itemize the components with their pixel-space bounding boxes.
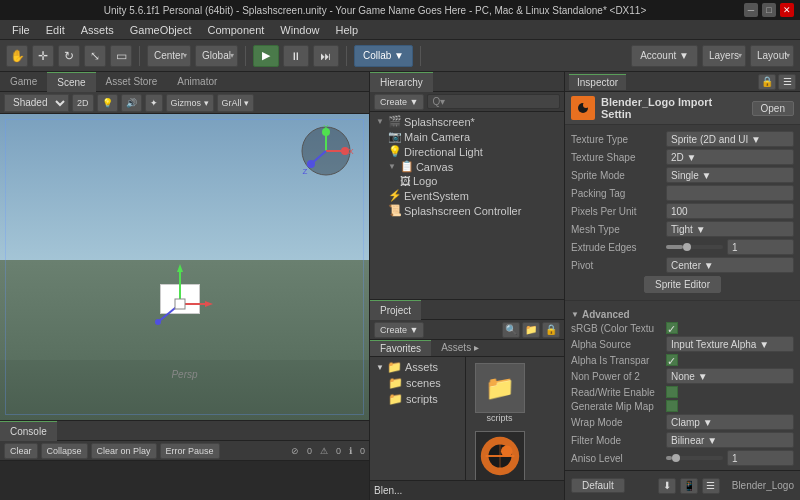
srgb-checkbox[interactable]: ✓	[666, 322, 678, 334]
wrap-mode-dropdown[interactable]: Clamp ▼	[666, 414, 794, 430]
project-search-input[interactable]	[374, 485, 560, 496]
scale-tool-button[interactable]: ⤡	[84, 45, 106, 67]
light-toggle[interactable]: 💡	[97, 94, 118, 112]
menu-component[interactable]: Component	[199, 22, 272, 38]
bottom-menu-icon[interactable]: ☰	[702, 478, 720, 494]
hierarchy-item-splashscreen[interactable]: ▼ 🎬 Splashscreen*	[372, 114, 562, 129]
scripts-asset-icon[interactable]: 📁 scripts	[470, 361, 530, 425]
tab-inspector[interactable]: Inspector	[569, 74, 626, 90]
global-button[interactable]: Global	[195, 45, 238, 67]
hierarchy-item-canvas[interactable]: ▼ 📋 Canvas	[384, 159, 562, 174]
extrude-slider[interactable]	[666, 245, 723, 249]
sprite-editor-button[interactable]: Sprite Editor	[644, 276, 721, 293]
folder-icon-button[interactable]: 📁	[522, 322, 540, 338]
pivot-dropdown[interactable]: Center ▼	[666, 257, 794, 273]
read-write-checkbox[interactable]	[666, 386, 678, 398]
step-button[interactable]: ⏭	[313, 45, 339, 67]
advanced-section-title[interactable]: ▼ Advanced	[571, 309, 794, 320]
console-clear-on-play-button[interactable]: Clear on Play	[91, 443, 157, 459]
tab-animator[interactable]: Animator	[167, 72, 227, 92]
inspector-open-button[interactable]: Open	[752, 101, 794, 116]
assets-root-folder[interactable]: ▼ 📁 Assets	[372, 359, 463, 375]
tab-project[interactable]: Project	[370, 300, 421, 320]
gizmos-button[interactable]: Gizmos ▾	[166, 94, 214, 112]
pause-button[interactable]: ⏸	[283, 45, 309, 67]
scripts-folder[interactable]: 📁 scripts	[372, 391, 463, 407]
bottom-mobile-icon[interactable]: 📱	[680, 478, 698, 494]
blender-asset-icon[interactable]: Blender_Lo...	[470, 429, 530, 480]
hierarchy-item-main-camera[interactable]: 📷 Main Camera	[384, 129, 562, 144]
splashscreen-arrow-icon: ▼	[376, 117, 384, 126]
texture-type-value: Sprite (2D and UI ▼	[671, 134, 761, 145]
move-tool-button[interactable]: ✛	[32, 45, 54, 67]
layout-button[interactable]: Layout	[750, 45, 794, 67]
hierarchy-item-logo[interactable]: 🖼 Logo	[396, 174, 562, 188]
hierarchy-item-splashscreen-controller[interactable]: 📜 Splashscreen Controller	[384, 203, 562, 218]
packing-tag-input[interactable]	[666, 185, 794, 201]
tab-assets[interactable]: Assets ▸	[431, 340, 489, 356]
menu-gameobject[interactable]: GameObject	[122, 22, 200, 38]
inspector-lock-icon[interactable]: 🔒	[758, 74, 776, 90]
gr-all-button[interactable]: GrAll ▾	[217, 94, 255, 112]
scenes-folder[interactable]: 📁 scenes	[372, 375, 463, 391]
tab-scene[interactable]: Scene	[47, 72, 95, 92]
aniso-value[interactable]: 1	[727, 450, 794, 466]
alpha-transparent-label: Alpha Is Transpar	[571, 355, 666, 366]
generate-mip-checkbox[interactable]	[666, 400, 678, 412]
texture-shape-dropdown[interactable]: 2D ▼	[666, 149, 794, 165]
tab-asset-store[interactable]: Asset Store	[96, 72, 168, 92]
menu-window[interactable]: Window	[272, 22, 327, 38]
hierarchy-item-directional-light[interactable]: 💡 Directional Light	[384, 144, 562, 159]
menu-help[interactable]: Help	[327, 22, 366, 38]
aniso-slider[interactable]	[666, 456, 723, 460]
collab-button[interactable]: Collab ▼	[354, 45, 413, 67]
fx-toggle[interactable]: ✦	[145, 94, 163, 112]
sprite-mode-dropdown[interactable]: Single ▼	[666, 167, 794, 183]
console-error-pause-button[interactable]: Error Pause	[160, 443, 220, 459]
filter-mode-dropdown[interactable]: Bilinear ▼	[666, 432, 794, 448]
account-button[interactable]: Account ▼	[631, 45, 698, 67]
tab-hierarchy[interactable]: Hierarchy	[370, 72, 433, 92]
lock-icon-button[interactable]: 🔒	[542, 322, 560, 338]
center-button[interactable]: Center	[147, 45, 191, 67]
layers-button[interactable]: Layers	[702, 45, 746, 67]
menu-file[interactable]: File	[4, 22, 38, 38]
inspector-menu-icon[interactable]: ☰	[778, 74, 796, 90]
console-clear-button[interactable]: Clear	[4, 443, 38, 459]
hierarchy-create-button[interactable]: Create ▼	[374, 94, 424, 110]
rect-tool-button[interactable]: ▭	[110, 45, 132, 67]
info-icon: ℹ	[349, 446, 352, 456]
alpha-source-dropdown[interactable]: Input Texture Alpha ▼	[666, 336, 794, 352]
advanced-arrow-icon: ▼	[571, 310, 579, 319]
2d-button[interactable]: 2D	[72, 94, 94, 112]
shaded-dropdown[interactable]: Shaded	[4, 94, 69, 112]
hand-tool-button[interactable]: ✋	[6, 45, 28, 67]
hierarchy-item-eventsystem[interactable]: ⚡ EventSystem	[384, 188, 562, 203]
non-power-dropdown[interactable]: None ▼	[666, 368, 794, 384]
rotate-tool-button[interactable]: ↻	[58, 45, 80, 67]
mesh-type-row: Mesh Type Tight ▼	[571, 221, 794, 237]
close-button[interactable]: ✕	[780, 3, 794, 17]
tab-game[interactable]: Game	[0, 72, 47, 92]
sprite-mode-value: Single ▼	[671, 170, 711, 181]
default-button[interactable]: Default	[571, 478, 625, 493]
texture-type-dropdown[interactable]: Sprite (2D and UI ▼	[666, 131, 794, 147]
pixels-per-unit-input[interactable]: 100	[666, 203, 794, 219]
extrude-edges-value[interactable]: 1	[727, 239, 794, 255]
menu-assets[interactable]: Assets	[73, 22, 122, 38]
alpha-transparent-checkbox[interactable]: ✓	[666, 354, 678, 366]
minimize-button[interactable]: ─	[744, 3, 758, 17]
tab-console[interactable]: Console	[0, 421, 57, 441]
console-collapse-button[interactable]: Collapse	[41, 443, 88, 459]
audio-toggle[interactable]: 🔊	[121, 94, 142, 112]
hierarchy-search[interactable]: Q▾	[427, 94, 560, 109]
maximize-button[interactable]: □	[762, 3, 776, 17]
bottom-download-icon[interactable]: ⬇	[658, 478, 676, 494]
search-icon-button[interactable]: 🔍	[502, 322, 520, 338]
menu-edit[interactable]: Edit	[38, 22, 73, 38]
mesh-type-dropdown[interactable]: Tight ▼	[666, 221, 794, 237]
project-create-button[interactable]: Create ▼	[374, 322, 424, 338]
play-button[interactable]: ▶	[253, 45, 279, 67]
advanced-label: Advanced	[582, 309, 630, 320]
tab-favorites[interactable]: Favorites	[370, 340, 431, 356]
